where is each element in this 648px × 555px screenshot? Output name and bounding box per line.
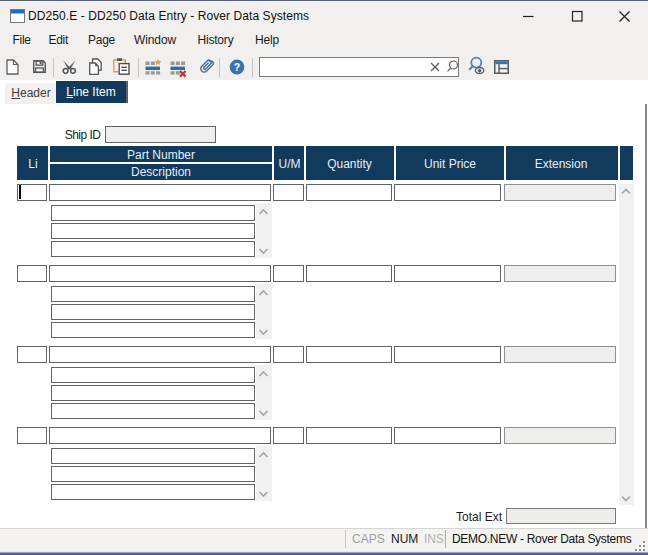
svg-text:?: ? [234, 61, 240, 73]
